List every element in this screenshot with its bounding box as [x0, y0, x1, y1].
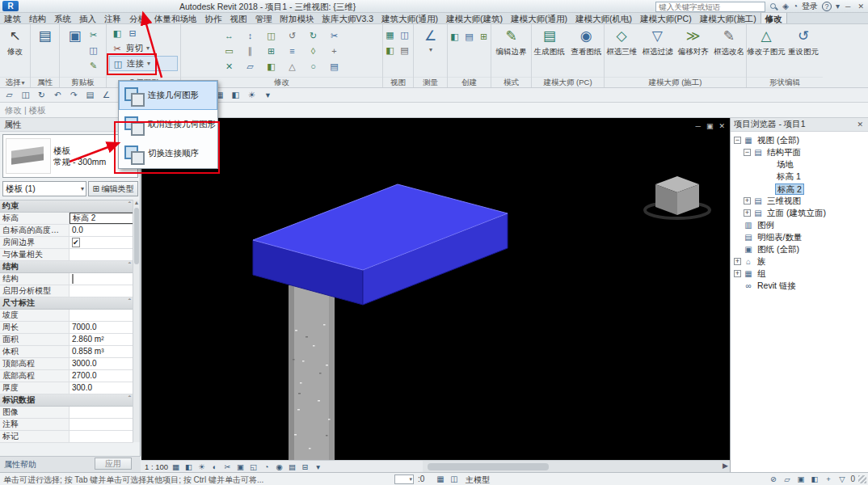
browser-item-6[interactable]: +▤三维视图 [731, 195, 868, 207]
vcb-more-icon[interactable]: ▾ [313, 462, 323, 472]
model-canvas[interactable] [141, 118, 730, 472]
cut-geometry-button[interactable]: ✂ 剪切 ▾ [109, 40, 178, 56]
apply-button[interactable]: 应用 [95, 458, 132, 470]
status-dropdown[interactable]: ▾ [394, 474, 414, 484]
apply-coping-icon[interactable]: ⊟ [126, 27, 139, 40]
copy-icon[interactable]: ◫ [87, 44, 100, 57]
panel-label-modeling-master-pc[interactable]: 建模大师 (PC) [532, 77, 604, 87]
panel-label-modeling-master-construction[interactable]: 建模大师 (施工) [605, 77, 746, 87]
property-section-17[interactable]: 标识数据ˆ [0, 394, 133, 407]
select-underlay-toggle-icon[interactable]: ▱ [782, 474, 792, 484]
modify-tool-icon-15[interactable]: ◧ [265, 60, 278, 73]
modify-tool-icon-9[interactable]: ⊞ [265, 44, 278, 57]
scale-button[interactable]: 1 : 100 [145, 462, 168, 471]
temporary-view-properties-icon[interactable]: ◉ [274, 462, 284, 472]
save-icon[interactable]: ◫ [19, 89, 32, 101]
create-tool-icon-1[interactable]: ◧ [449, 30, 461, 43]
select-links-toggle-icon[interactable]: ⊘ [768, 474, 778, 484]
property-value[interactable]: 0.0 [70, 225, 133, 236]
box-select-filter-button[interactable]: ▽框选过滤 [640, 27, 674, 57]
modify-sub-elements-button[interactable]: △修改子图元 [748, 27, 784, 57]
property-value[interactable]: 7000.0 [70, 322, 133, 333]
collapse-icon[interactable]: − [744, 149, 751, 156]
box-select-3d-button[interactable]: ◇框选三维 [605, 27, 638, 57]
expand-icon[interactable]: + [734, 270, 741, 277]
view-tool-icon-3[interactable]: ◧ [384, 44, 397, 57]
detail-level-icon[interactable]: ▦ [171, 462, 181, 472]
ribbon-tab-7[interactable]: 体量和场地 [150, 13, 201, 23]
property-value[interactable]: 2.860 m² [70, 334, 133, 345]
view-drawing-button[interactable]: ◉查看图纸 [569, 27, 605, 57]
view-tool-icon-1[interactable]: ▦ [384, 28, 397, 41]
expand-icon[interactable]: + [744, 197, 751, 205]
panel-label-mode[interactable]: 模式 [491, 77, 531, 87]
property-value[interactable]: 3000.0 [70, 358, 133, 369]
help-menu-caret-icon[interactable]: ▾ [836, 1, 840, 12]
modify-tool-icon-13[interactable]: ✕ [223, 60, 236, 73]
redo-icon[interactable]: ↷ [68, 89, 80, 101]
search-icon[interactable] [769, 2, 778, 11]
user-icon[interactable]: ◔ [793, 1, 798, 12]
properties-scrollbar[interactable]: ▲ [133, 200, 140, 442]
property-value[interactable] [70, 419, 133, 430]
properties-button[interactable]: ▤ [32, 27, 58, 46]
scroll-right-icon[interactable]: ▶ [723, 462, 728, 470]
modify-tool-icon-14[interactable]: ▱ [244, 60, 257, 73]
ribbon-tab-4[interactable]: 插入 [75, 13, 100, 23]
paste-button[interactable]: ▣ [65, 27, 86, 46]
browser-item-8[interactable]: ▥图例 [731, 219, 868, 231]
property-value[interactable] [70, 407, 133, 418]
create-tool-icon-3[interactable]: ⊞ [478, 30, 491, 43]
match-type-icon[interactable]: ✎ [87, 59, 100, 72]
help-icon[interactable]: ? [822, 2, 832, 11]
ribbon-tab-17[interactable]: 建模大师(PC) [636, 13, 696, 23]
design-options-status-icon[interactable]: ◫ [449, 474, 460, 485]
horizontal-scrollbar[interactable]: ▶ [423, 460, 730, 472]
analysis-display-icon[interactable]: ▤ [287, 462, 297, 472]
modify-tool-icon-5[interactable]: ↻ [307, 29, 320, 42]
undo-icon[interactable]: ↶ [52, 89, 64, 101]
filter-icon[interactable]: ▽ [836, 474, 847, 484]
view-restore-button[interactable]: ▣ [706, 122, 714, 130]
modify-tool-icon-11[interactable]: ◊ [307, 44, 320, 57]
modify-button[interactable]: ↖ 修改 [0, 27, 30, 57]
select-by-face-toggle-icon[interactable]: ◧ [809, 474, 820, 484]
cut-geometry-icon[interactable]: ◧ [111, 27, 124, 40]
ribbon-tab-11[interactable]: 附加模块 [276, 13, 318, 23]
modify-tool-icon-1[interactable]: ↔ [223, 29, 236, 42]
temporary-hide-isolate-icon[interactable]: ◱ [248, 462, 259, 472]
modify-tool-icon-17[interactable]: ○ [307, 60, 320, 73]
ribbon-tab-6[interactable]: 分析 [125, 13, 150, 23]
browser-item-12[interactable]: +▦组 [731, 268, 868, 280]
panel-label-view[interactable]: 视图 [383, 77, 413, 87]
properties-help-link[interactable]: 属性帮助 [0, 459, 36, 470]
ribbon-tab-12[interactable]: 族库大师V3.3 [318, 13, 378, 23]
modify-tool-icon-2[interactable]: ↕ [244, 29, 257, 42]
design-option-dropdown[interactable]: 主模型 [466, 474, 490, 485]
property-section-1[interactable]: 约束ˆ [0, 200, 133, 213]
property-value[interactable] [70, 431, 133, 442]
drawing-area[interactable]: ─▣✕ [141, 118, 730, 472]
property-value[interactable] [70, 285, 133, 297]
open-icon[interactable]: ▱ [3, 89, 15, 101]
browser-item-11[interactable]: +⌂族 [731, 255, 868, 268]
panel-label-measure[interactable]: 测量 [414, 77, 447, 87]
revit-logo-icon[interactable]: R [2, 1, 19, 11]
ribbon-tab-16[interactable]: 建模大师(机电) [571, 13, 636, 23]
panel-label-clipboard[interactable]: 剪贴板 [60, 77, 106, 87]
offset-align-button[interactable]: ≫偏移对齐 [676, 27, 710, 57]
qat-customize-icon[interactable]: ▾ [262, 89, 274, 101]
edit-type-button[interactable]: ⊞ 编辑类型 [88, 181, 138, 196]
view-tool-icon-2[interactable]: ◫ [398, 28, 411, 41]
box-select-rename-button[interactable]: ✎框选改名 [712, 27, 746, 57]
property-value[interactable] [70, 249, 133, 260]
view-minimize-button[interactable]: ─ [696, 122, 701, 130]
drag-on-selection-toggle-icon[interactable]: + [823, 474, 833, 484]
visual-style-icon[interactable]: ◧ [183, 462, 194, 472]
panel-label-shape-editing[interactable]: 形状编辑 [747, 77, 823, 87]
browser-item-2[interactable]: −▤结构平面 [731, 146, 868, 158]
ribbon-tab-15[interactable]: 建模大师(通用) [507, 13, 571, 23]
element-selector-dropdown[interactable]: 楼板 (1)▾ [2, 181, 86, 196]
browser-item-1[interactable]: −▦视图 (全部) [731, 134, 868, 146]
sync-icon[interactable]: ↻ [36, 89, 48, 101]
